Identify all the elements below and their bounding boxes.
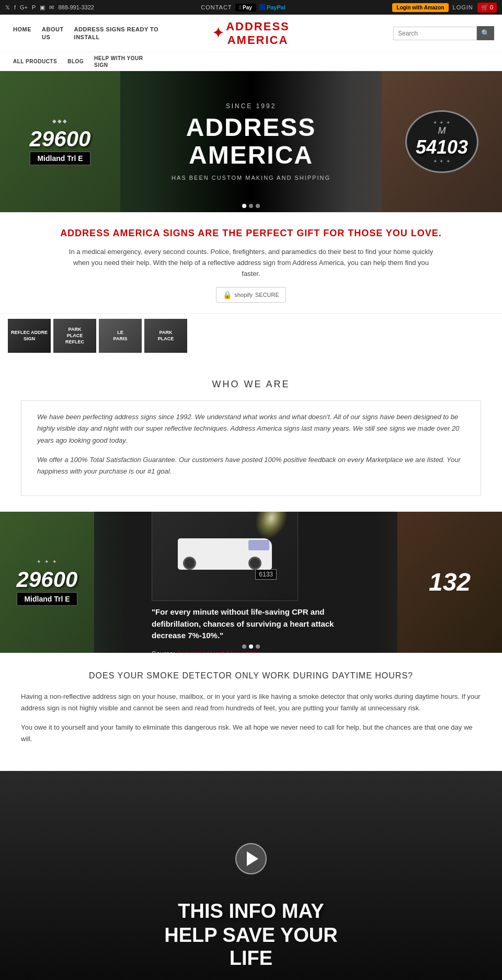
oval-monogram: M — [438, 125, 446, 136]
product-thumb-3[interactable]: LEPARIS — [99, 319, 142, 353]
hero-left: ◆◆◆ 29600 Midland Trl E — [0, 71, 120, 212]
hero-address-street: Midland Trl E — [30, 152, 91, 165]
top-bar-left: 𝕏 f G+ P ▣ ✉ 888-991-3322 — [5, 4, 94, 11]
search-button[interactable]: 🔍 — [477, 26, 494, 40]
nav-help[interactable]: HELP WITH YOURSIGN — [89, 51, 148, 73]
address-sign-display: ◆◆◆ 29600 Midland Trl E — [30, 118, 91, 165]
hero-subtitle: HAS BEEN CUSTOM MAKING AND SHIPPING — [172, 175, 330, 181]
ambulance-small-address: 6133 — [255, 569, 277, 580]
top-bar-center: CONTACT  Pay 🅿 PayPal — [201, 4, 286, 11]
hero-right: ✦ ✦ ✦ M 54103 ✦ ✦ ✦ — [382, 71, 502, 212]
second-nav: ALL PRODUCTS BLOG HELP WITH YOURSIGN — [0, 52, 502, 71]
hero-banner: ◆◆◆ 29600 Midland Trl E SINCE 1992 ADDRE… — [0, 71, 502, 212]
main-nav: HOME ABOUTUS ADDRESS SIGNS READY TOINSTA… — [0, 15, 502, 52]
nav-home[interactable]: HOME — [8, 21, 37, 37]
hero-address-number: 29600 — [30, 126, 91, 152]
nav-blog[interactable]: BLOG — [62, 54, 89, 69]
hero-center: SINCE 1992 ADDRESS AMERICA HAS BEEN CUST… — [161, 92, 341, 191]
ambulance-center: 6133 "For every minute without life-savi… — [141, 512, 361, 653]
amb-number-right: 132 — [429, 568, 471, 596]
smoke-title: DOES YOUR SMOKE DETECTOR ONLY WORK DURIN… — [21, 671, 481, 681]
twitter-icon[interactable]: 𝕏 — [5, 4, 10, 11]
since-text: SINCE 1992 — [172, 102, 330, 110]
video-title-line1: THIS INFO MAY — [178, 900, 324, 924]
nav-signs[interactable]: ADDRESS SIGNS READY TOINSTALL — [69, 21, 164, 45]
top-bar-right: Login with Amazon LOGIN 🛒 0 — [392, 3, 497, 13]
who-box: We have been perfecting address signs si… — [21, 400, 481, 495]
ambulance-banner: ✦ ✦ ✦ 29600 Midland Trl E 6133 "For ever… — [0, 512, 502, 653]
ambulance-light — [252, 512, 291, 539]
nav-all-products[interactable]: ALL PRODUCTS — [8, 54, 62, 69]
instagram-icon[interactable]: ▣ — [40, 4, 45, 11]
gift-title: ADDRESS AMERICA SIGNS ARE THE PERFECT GI… — [21, 228, 481, 239]
ambulance-quote: "For every minute without life-saving CP… — [152, 606, 350, 642]
hero-dots — [242, 204, 260, 208]
hero-title-line2: AMERICA — [172, 142, 330, 169]
ambulance-source: Source: American Heart Association — [152, 650, 350, 653]
cart-button[interactable]: 🛒 0 — [477, 3, 497, 13]
contact-link[interactable]: CONTACT — [201, 4, 232, 10]
shopify-badge: 🔒 shopify SECURE — [216, 287, 286, 303]
product-thumb-2[interactable]: PARKPLACEREFLEC — [53, 319, 96, 353]
who-para-1: We have been perfecting address signs si… — [37, 411, 465, 446]
who-title: WHO WE ARE — [21, 379, 481, 390]
shopify-sub: SECURE — [255, 292, 279, 298]
ambulance-right: 132 — [397, 512, 502, 653]
search-input[interactable] — [393, 27, 477, 40]
nav-about[interactable]: ABOUTUS — [37, 21, 69, 45]
gift-section: ADDRESS AMERICA SIGNS ARE THE PERFECT GI… — [0, 212, 502, 313]
nav-links: HOME ABOUTUS ADDRESS SIGNS READY TOINSTA… — [8, 21, 164, 45]
smoke-section: DOES YOUR SMOKE DETECTOR ONLY WORK DURIN… — [0, 653, 502, 771]
video-title-line2: HELP SAVE YOUR — [164, 924, 338, 948]
hero-dot-2[interactable] — [249, 204, 253, 208]
amazon-login-button[interactable]: Login with Amazon — [392, 3, 448, 12]
search-area: 🔍 — [393, 26, 494, 40]
logo-line1: ADDRESS — [226, 20, 290, 33]
product-thumb-label-3: LEPARIS — [112, 328, 129, 343]
video-title-line3: LIFE — [230, 947, 272, 970]
smoke-para-2: You owe it to yourself and your family t… — [21, 722, 481, 745]
top-bar: 𝕏 f G+ P ▣ ✉ 888-991-3322 CONTACT  Pay … — [0, 0, 502, 15]
product-thumb-4[interactable]: PARKPLACE — [144, 319, 187, 353]
who-section: WHO WE ARE We have been perfecting addre… — [0, 363, 502, 511]
hero-dot-3[interactable] — [256, 204, 260, 208]
video-section: THIS INFO MAY HELP SAVE YOUR LIFE — [0, 771, 502, 980]
shopify-label: shopify — [234, 292, 253, 298]
ambulance-left: ✦ ✦ ✦ 29600 Midland Trl E — [0, 512, 94, 653]
ambulance-source-link[interactable]: American Heart Association — [177, 650, 260, 653]
video-play-button[interactable] — [235, 843, 267, 874]
ambulance-image: 6133 — [152, 512, 298, 601]
phone-number: 888-991-3322 — [58, 4, 94, 10]
google-plus-icon[interactable]: G+ — [20, 4, 28, 10]
hero-title-line1: ADDRESS — [172, 114, 330, 142]
amb-address-street: Midland Trl E — [17, 592, 78, 606]
paypal-icon[interactable]: 🅿 PayPal — [259, 4, 286, 10]
lock-icon: 🔒 — [223, 291, 232, 299]
amb-address-number: 29600 — [17, 567, 78, 592]
product-row: REFLEC ADDRE SIGN PARKPLACEREFLEC LEPARI… — [0, 314, 502, 363]
login-button[interactable]: LOGIN — [453, 4, 473, 10]
mail-icon[interactable]: ✉ — [49, 4, 54, 11]
facebook-icon[interactable]: f — [14, 4, 16, 10]
product-thumb-label-2: PARKPLACEREFLEC — [64, 325, 86, 347]
product-thumb-label-1: REFLEC ADDRE SIGN — [8, 328, 51, 343]
who-para-2: We offer a 100% Total Satisfaction Guara… — [37, 454, 465, 477]
logo-area: ✦ ADDRESS AMERICA — [212, 20, 290, 47]
apple-pay-icon[interactable]:  Pay — [235, 4, 256, 11]
oval-number: 54103 — [416, 136, 468, 158]
logo-line2: AMERICA — [226, 33, 290, 47]
gift-description: In a medical emergency, every second cou… — [68, 247, 434, 279]
smoke-para-1: Having a non-reflective address sign on … — [21, 691, 481, 714]
pinterest-icon[interactable]: P — [32, 4, 36, 10]
play-triangle-icon — [247, 851, 258, 866]
hero-dot-1[interactable] — [242, 204, 246, 208]
oval-sign-display: ✦ ✦ ✦ M 54103 ✦ ✦ ✦ — [405, 110, 478, 173]
product-thumb-label-4: PARKPLACE — [156, 328, 176, 343]
product-thumb-1[interactable]: REFLEC ADDRE SIGN — [8, 319, 51, 353]
